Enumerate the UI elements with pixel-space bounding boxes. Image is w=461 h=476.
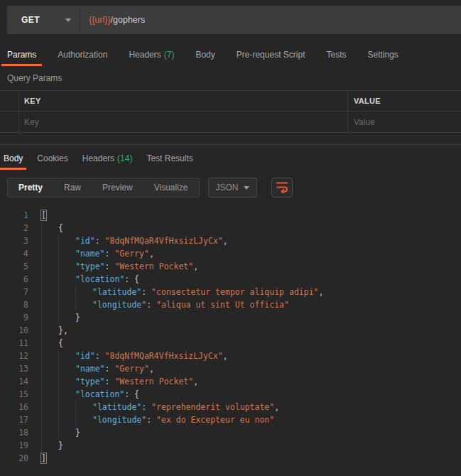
json-key: "id" [75,351,95,361]
indent-guide [58,413,75,426]
tab-settings[interactable]: Settings [362,45,404,66]
line-number: 12 [0,350,28,362]
code-line: 1[ [0,209,461,222]
url-input[interactable]: {{url}}/gophers [80,15,461,25]
pretty-button[interactable]: Pretty [8,178,53,197]
visualize-button[interactable]: Visualize [143,178,199,197]
indent-guide [58,286,75,298]
wrap-lines-icon [275,179,289,196]
json-punctuation: : [146,300,156,310]
indent-guide [41,311,58,324]
code-line: 5"type": "Western Pocket", [0,260,461,273]
tab-params[interactable]: Params [1,45,42,66]
tab-tests[interactable]: Tests [320,45,352,66]
tab-cookies[interactable]: Cookies [33,149,71,170]
json-string: "Gerry" [114,249,148,259]
code-line: 3"id": "8dqNfMQaR4VfHxsizLJyCx", [0,234,461,247]
line-number: 11 [0,337,28,350]
code-line: 2{ [0,222,461,234]
line-content: "latitude": "reprehenderit voluptate", [41,401,279,413]
line-content: } [41,439,63,452]
line-content: [ [41,209,46,222]
chevron-down-icon [65,18,71,22]
indent-guide [41,401,58,413]
tab-response-headers[interactable]: Headers(14) [79,149,136,170]
tab-label: Params [7,50,36,60]
indent-guide [58,401,75,413]
indent-guide [41,350,58,362]
json-punctuation: : [105,249,115,259]
tab-response-body[interactable]: Body [0,149,26,170]
raw-button[interactable]: Raw [53,178,92,197]
code-line: 13"name": "Gerry", [0,362,461,375]
code-line: 12"id": "8dqNfMQaR4VfHxsizLJyCx", [0,350,461,362]
json-string: "8dqNfMQaR4VfHxsizLJyCx" [105,351,223,361]
view-mode-group: Pretty Raw Preview Visualize [7,178,200,198]
line-content: "location": { [41,273,139,286]
json-key: "id" [75,236,95,246]
code-line: 6"location": { [0,273,461,286]
tab-label: Authorization [58,50,107,60]
json-punctuation: : [95,236,105,246]
json-key: "type" [75,261,105,271]
json-punctuation: : [95,351,105,361]
json-punctuation: , [223,351,228,361]
line-number: 16 [0,401,28,413]
json-punctuation: : [105,377,115,386]
line-number: 8 [0,298,28,311]
code-line: 14"type": "Western Pocket", [0,375,461,388]
tab-body[interactable]: Body [190,45,220,66]
key-input[interactable] [24,117,347,127]
line-content: } [41,311,80,324]
indent-guide [41,439,58,452]
tab-authorization[interactable]: Authorization [52,45,113,66]
line-number: 6 [0,273,28,286]
line-content: "type": "Western Pocket", [41,260,198,273]
indent-guide [75,286,92,298]
code-line: 15"location": { [0,388,461,401]
json-key: "latitude" [92,287,141,297]
value-input[interactable] [354,117,461,127]
response-body-editor[interactable]: 1[2{3"id": "8dqNfMQaR4VfHxsizLJyCx",4"na… [0,206,461,476]
json-string: "Western Pocket" [114,261,193,271]
tab-pre-request-script[interactable]: Pre-request Script [231,45,311,66]
json-punctuation: { [58,223,63,233]
tab-label: Headers [129,50,161,60]
indent-guide [75,413,92,426]
line-number: 1 [0,209,28,222]
value-cell [348,112,461,132]
indent-guide [41,375,58,388]
row-checkbox-cell [0,112,19,132]
format-dropdown[interactable]: JSON [208,178,257,198]
wrap-lines-button[interactable] [271,178,293,198]
indent-guide [41,234,58,247]
preview-button[interactable]: Preview [92,178,143,197]
json-punctuation: } [75,428,80,438]
tab-label: Body [4,153,23,163]
tab-label: Test Results [146,153,192,163]
code-line: 7"latitude": "consectetur tempor aliquip… [0,286,461,298]
tab-test-results[interactable]: Test Results [143,149,196,170]
json-punctuation: }, [58,325,68,335]
method-dropdown[interactable]: GET [7,6,80,34]
line-content: "latitude": "consectetur tempor aliquip … [41,286,323,298]
json-string: "reprehenderit voluptate" [151,402,274,412]
code-line: 20] [0,452,461,465]
indent-guide [58,273,75,286]
tab-label: Body [195,50,215,60]
line-content: ] [41,452,46,465]
tab-headers[interactable]: Headers(7) [123,45,180,66]
json-string: "Western Pocket" [114,377,193,386]
indent-guide [41,222,58,234]
url-variable: {{url}} [89,15,111,25]
line-content: "id": "8dqNfMQaR4VfHxsizLJyCx", [41,234,228,247]
json-punctuation: : [141,287,151,297]
line-number: 17 [0,413,28,426]
indent-guide [58,426,75,439]
indent-guide [58,234,75,247]
json-punctuation: , [149,249,154,259]
indent-guide [41,286,58,298]
query-params-label: Query Params [7,73,62,83]
json-string: "consectetur tempor aliquip adipi" [151,287,318,297]
chevron-down-icon [244,186,249,190]
